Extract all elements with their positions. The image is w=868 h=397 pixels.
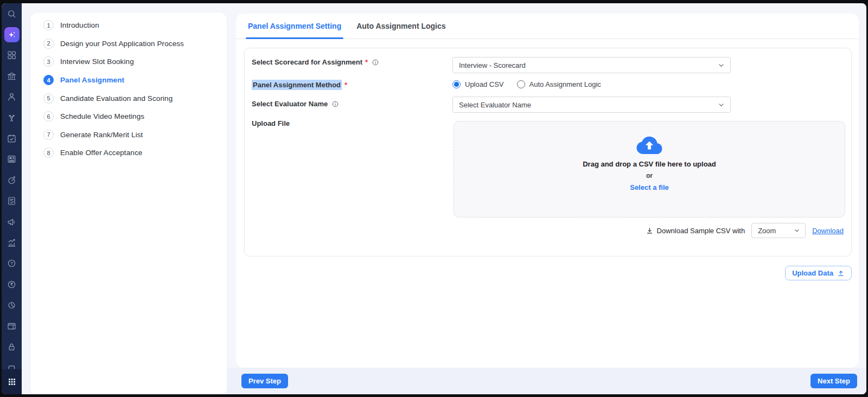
required-mark: * <box>365 58 368 66</box>
radio-upload-csv[interactable]: Upload CSV <box>452 80 504 88</box>
partial-icon[interactable] <box>2 363 22 369</box>
required-mark: * <box>344 81 347 89</box>
scorecard-select[interactable]: Interview - Scorecard <box>452 57 731 73</box>
cloud-upload-icon <box>636 136 662 155</box>
step-number: 4 <box>43 75 54 85</box>
step-label: Generate Rank/Merit List <box>60 131 143 139</box>
step-item-generate-rank-merit-list[interactable]: 7 Generate Rank/Merit List <box>30 126 227 144</box>
method-label-text: Panel Assignment Method <box>252 80 342 90</box>
prev-step-button[interactable]: Prev Step <box>241 374 288 388</box>
tab-panel-assignment-setting[interactable]: Panel Assignment Setting <box>248 14 341 39</box>
info-icon[interactable] <box>331 100 339 108</box>
dropzone-title: Drag and drop a CSV file here to upload <box>583 160 716 168</box>
upload-data-label: Upload Data <box>792 269 833 277</box>
evaluator-select-value: Select Evaluator Name <box>459 101 531 109</box>
dashboard-icon[interactable] <box>2 45 22 66</box>
step-label: Design your Post Application Process <box>60 40 184 48</box>
step-label: Panel Assignment <box>60 76 124 84</box>
radio-dot <box>517 80 525 88</box>
step-number: 2 <box>43 39 54 49</box>
institution-icon[interactable] <box>2 66 22 86</box>
select-a-file-link[interactable]: Select a file <box>630 183 669 191</box>
tab-bar: Panel Assignment Setting Auto Assignment… <box>236 14 859 39</box>
newsletter-icon[interactable] <box>2 149 22 170</box>
pie-chart-icon[interactable] <box>2 294 22 315</box>
step-item-candidate-evaluation[interactable]: 5 Candidate Evaluation and Scoring <box>30 89 227 107</box>
help-icon[interactable]: ? <box>2 253 22 274</box>
gauge-icon[interactable] <box>2 170 22 190</box>
step-number: 7 <box>43 130 54 140</box>
main-panel: Panel Assignment Setting Auto Assignment… <box>236 14 859 368</box>
ai-sparkle-icon[interactable] <box>2 24 22 44</box>
step-label: Enable Offer Acceptance <box>60 149 142 157</box>
icon-rail: ? ₹ <box>2 3 22 394</box>
apps-grid-icon[interactable] <box>2 369 22 394</box>
sample-csv-select[interactable]: Zoom <box>751 223 806 238</box>
step-item-enable-offer-acceptance[interactable]: 8 Enable Offer Acceptance <box>30 144 227 162</box>
rupee-icon[interactable]: ₹ <box>2 274 22 294</box>
chevron-down-icon <box>717 61 725 69</box>
upload-file-label-text: Upload File <box>252 119 290 127</box>
radio-upload-csv-label: Upload CSV <box>465 80 504 88</box>
step-item-introduction[interactable]: 1 Introduction <box>30 16 227 35</box>
download-link[interactable]: Download <box>812 227 844 235</box>
upload-data-button[interactable]: Upload Data <box>785 266 852 280</box>
step-label: Introduction <box>60 21 99 29</box>
download-sample-text: Download Sample CSV with <box>657 227 745 235</box>
scorecard-label: Select Scorecard for Assignment * <box>252 58 379 66</box>
sample-csv-select-value: Zoom <box>758 227 776 235</box>
step-number: 8 <box>43 148 54 158</box>
download-icon <box>646 227 654 235</box>
step-item-interview-slot-booking[interactable]: 3 Interview Slot Booking <box>30 53 227 71</box>
step-label: Schedule Video Meetings <box>60 112 144 120</box>
next-step-button[interactable]: Next Step <box>810 374 857 388</box>
document-check-icon[interactable] <box>2 191 22 212</box>
megaphone-icon[interactable] <box>2 212 22 232</box>
evaluator-label-text: Select Evaluator Name <box>252 100 328 108</box>
chevron-down-icon <box>793 227 801 234</box>
upload-file-label: Upload File <box>252 119 290 127</box>
app-screen: ? ₹ 1 Introduction 2 Design your Post Ap… <box>2 3 866 394</box>
step-item-design-post-application[interactable]: 2 Design your Post Application Process <box>30 35 227 53</box>
card-window-icon[interactable] <box>2 316 22 336</box>
upload-icon <box>837 270 845 277</box>
steps-panel: 1 Introduction 2 Design your Post Applic… <box>30 12 227 394</box>
tab-auto-assignment-logics[interactable]: Auto Assignment Logics <box>356 14 445 39</box>
analytics-icon[interactable] <box>2 232 22 253</box>
step-item-panel-assignment[interactable]: 4 Panel Assignment <box>30 71 227 89</box>
radio-auto-assignment-logic[interactable]: Auto Assignment Logic <box>517 80 601 88</box>
step-label: Interview Slot Booking <box>60 57 134 66</box>
csv-dropzone[interactable]: Drag and drop a CSV file here to upload … <box>454 121 845 217</box>
user-icon[interactable] <box>2 87 22 107</box>
svg-text:?: ? <box>10 261 13 266</box>
step-number: 3 <box>43 56 54 67</box>
radio-auto-label: Auto Assignment Logic <box>529 80 601 88</box>
step-number: 6 <box>43 111 54 121</box>
window-frame: ? ₹ 1 Introduction 2 Design your Post Ap… <box>0 0 868 397</box>
chevron-down-icon <box>717 101 725 109</box>
info-icon[interactable] <box>372 59 379 66</box>
footer-bar: Prev Step Next Step <box>227 368 866 394</box>
dropzone-or: or <box>646 172 653 180</box>
method-radio-group: Upload CSV Auto Assignment Logic <box>452 80 601 88</box>
panel-assignment-form: Select Scorecard for Assignment * Interv… <box>244 48 852 257</box>
evaluator-label: Select Evaluator Name <box>252 100 339 108</box>
active-nav-tile <box>4 27 20 42</box>
network-person-icon[interactable] <box>2 107 22 128</box>
search-icon[interactable] <box>2 3 22 24</box>
download-sample-label: Download Sample CSV with <box>646 227 745 235</box>
evaluator-select[interactable]: Select Evaluator Name <box>452 97 731 113</box>
scorecard-select-value: Interview - Scorecard <box>459 61 526 69</box>
step-label: Candidate Evaluation and Scoring <box>60 94 173 103</box>
step-item-schedule-video-meetings[interactable]: 6 Schedule Video Meetings <box>30 107 227 126</box>
step-number: 5 <box>43 93 54 104</box>
svg-text:₹: ₹ <box>10 282 13 287</box>
calendar-check-icon[interactable] <box>2 128 22 149</box>
scorecard-label-text: Select Scorecard for Assignment <box>252 58 362 66</box>
step-number: 1 <box>43 20 54 30</box>
radio-dot <box>452 80 461 88</box>
download-sample-row: Download Sample CSV with Zoom Download <box>646 223 844 238</box>
lock-icon[interactable] <box>2 336 22 357</box>
method-label: Panel Assignment Method * <box>252 80 347 90</box>
